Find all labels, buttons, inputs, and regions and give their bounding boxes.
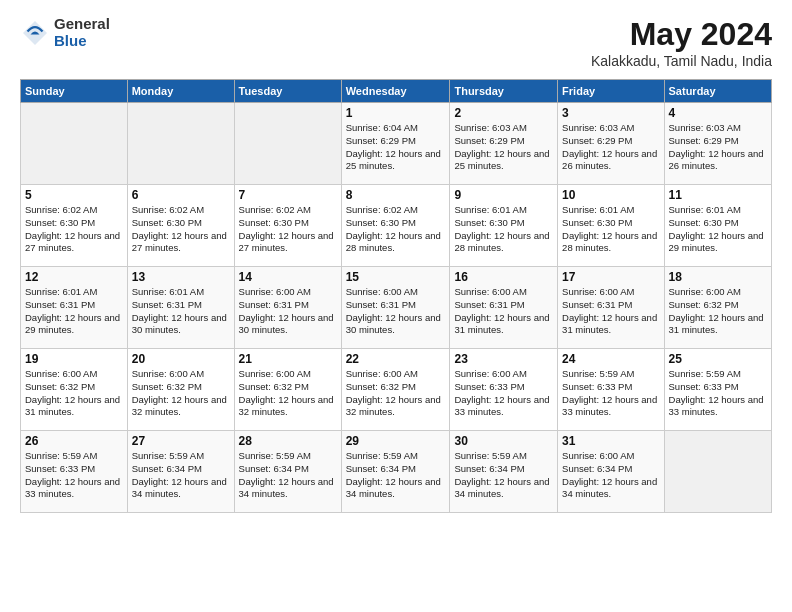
day-info: Sunrise: 6:00 AM Sunset: 6:34 PM Dayligh… [562, 450, 659, 501]
day-number: 4 [669, 106, 767, 120]
day-number: 9 [454, 188, 553, 202]
calendar-cell: 20Sunrise: 6:00 AM Sunset: 6:32 PM Dayli… [127, 349, 234, 431]
day-info: Sunrise: 6:01 AM Sunset: 6:30 PM Dayligh… [454, 204, 553, 255]
subtitle: Kalakkadu, Tamil Nadu, India [591, 53, 772, 69]
calendar-cell: 23Sunrise: 6:00 AM Sunset: 6:33 PM Dayli… [450, 349, 558, 431]
day-info: Sunrise: 6:00 AM Sunset: 6:32 PM Dayligh… [25, 368, 123, 419]
day-info: Sunrise: 6:00 AM Sunset: 6:32 PM Dayligh… [239, 368, 337, 419]
day-info: Sunrise: 6:00 AM Sunset: 6:32 PM Dayligh… [346, 368, 446, 419]
calendar-cell: 13Sunrise: 6:01 AM Sunset: 6:31 PM Dayli… [127, 267, 234, 349]
day-number: 25 [669, 352, 767, 366]
calendar-cell: 3Sunrise: 6:03 AM Sunset: 6:29 PM Daylig… [558, 103, 664, 185]
day-number: 2 [454, 106, 553, 120]
day-info: Sunrise: 6:00 AM Sunset: 6:31 PM Dayligh… [562, 286, 659, 337]
logo-blue-label: Blue [54, 33, 110, 50]
page: General Blue May 2024 Kalakkadu, Tamil N… [0, 0, 792, 612]
calendar-cell [664, 431, 771, 513]
day-info: Sunrise: 6:02 AM Sunset: 6:30 PM Dayligh… [132, 204, 230, 255]
day-info: Sunrise: 6:03 AM Sunset: 6:29 PM Dayligh… [454, 122, 553, 173]
day-number: 5 [25, 188, 123, 202]
calendar-cell: 30Sunrise: 5:59 AM Sunset: 6:34 PM Dayli… [450, 431, 558, 513]
day-info: Sunrise: 6:01 AM Sunset: 6:31 PM Dayligh… [25, 286, 123, 337]
day-info: Sunrise: 6:01 AM Sunset: 6:31 PM Dayligh… [132, 286, 230, 337]
calendar-cell: 25Sunrise: 5:59 AM Sunset: 6:33 PM Dayli… [664, 349, 771, 431]
day-number: 28 [239, 434, 337, 448]
day-info: Sunrise: 6:00 AM Sunset: 6:32 PM Dayligh… [132, 368, 230, 419]
calendar-cell: 4Sunrise: 6:03 AM Sunset: 6:29 PM Daylig… [664, 103, 771, 185]
day-number: 14 [239, 270, 337, 284]
day-info: Sunrise: 6:00 AM Sunset: 6:32 PM Dayligh… [669, 286, 767, 337]
header: General Blue May 2024 Kalakkadu, Tamil N… [20, 16, 772, 69]
calendar-cell: 19Sunrise: 6:00 AM Sunset: 6:32 PM Dayli… [21, 349, 128, 431]
day-number: 7 [239, 188, 337, 202]
calendar-cell: 7Sunrise: 6:02 AM Sunset: 6:30 PM Daylig… [234, 185, 341, 267]
calendar-cell: 24Sunrise: 5:59 AM Sunset: 6:33 PM Dayli… [558, 349, 664, 431]
day-info: Sunrise: 6:00 AM Sunset: 6:33 PM Dayligh… [454, 368, 553, 419]
day-info: Sunrise: 6:01 AM Sunset: 6:30 PM Dayligh… [562, 204, 659, 255]
title-block: May 2024 Kalakkadu, Tamil Nadu, India [591, 16, 772, 69]
day-info: Sunrise: 5:59 AM Sunset: 6:34 PM Dayligh… [132, 450, 230, 501]
day-number: 22 [346, 352, 446, 366]
logo-general-label: General [54, 16, 110, 33]
week-row-3: 12Sunrise: 6:01 AM Sunset: 6:31 PM Dayli… [21, 267, 772, 349]
calendar-cell: 12Sunrise: 6:01 AM Sunset: 6:31 PM Dayli… [21, 267, 128, 349]
calendar-cell [21, 103, 128, 185]
calendar-cell: 26Sunrise: 5:59 AM Sunset: 6:33 PM Dayli… [21, 431, 128, 513]
day-info: Sunrise: 6:04 AM Sunset: 6:29 PM Dayligh… [346, 122, 446, 173]
calendar-cell: 17Sunrise: 6:00 AM Sunset: 6:31 PM Dayli… [558, 267, 664, 349]
week-row-5: 26Sunrise: 5:59 AM Sunset: 6:33 PM Dayli… [21, 431, 772, 513]
day-info: Sunrise: 6:01 AM Sunset: 6:30 PM Dayligh… [669, 204, 767, 255]
day-number: 27 [132, 434, 230, 448]
col-thursday: Thursday [450, 80, 558, 103]
calendar-cell: 9Sunrise: 6:01 AM Sunset: 6:30 PM Daylig… [450, 185, 558, 267]
calendar-cell: 10Sunrise: 6:01 AM Sunset: 6:30 PM Dayli… [558, 185, 664, 267]
calendar-cell [234, 103, 341, 185]
calendar-cell: 27Sunrise: 5:59 AM Sunset: 6:34 PM Dayli… [127, 431, 234, 513]
day-number: 19 [25, 352, 123, 366]
day-info: Sunrise: 6:00 AM Sunset: 6:31 PM Dayligh… [346, 286, 446, 337]
day-number: 6 [132, 188, 230, 202]
calendar-cell: 15Sunrise: 6:00 AM Sunset: 6:31 PM Dayli… [341, 267, 450, 349]
day-info: Sunrise: 5:59 AM Sunset: 6:33 PM Dayligh… [562, 368, 659, 419]
day-number: 1 [346, 106, 446, 120]
calendar-cell: 6Sunrise: 6:02 AM Sunset: 6:30 PM Daylig… [127, 185, 234, 267]
calendar: Sunday Monday Tuesday Wednesday Thursday… [20, 79, 772, 513]
calendar-cell: 21Sunrise: 6:00 AM Sunset: 6:32 PM Dayli… [234, 349, 341, 431]
calendar-cell: 1Sunrise: 6:04 AM Sunset: 6:29 PM Daylig… [341, 103, 450, 185]
calendar-cell: 28Sunrise: 5:59 AM Sunset: 6:34 PM Dayli… [234, 431, 341, 513]
day-info: Sunrise: 6:00 AM Sunset: 6:31 PM Dayligh… [239, 286, 337, 337]
col-saturday: Saturday [664, 80, 771, 103]
day-number: 13 [132, 270, 230, 284]
day-info: Sunrise: 5:59 AM Sunset: 6:33 PM Dayligh… [669, 368, 767, 419]
day-info: Sunrise: 6:02 AM Sunset: 6:30 PM Dayligh… [25, 204, 123, 255]
week-row-4: 19Sunrise: 6:00 AM Sunset: 6:32 PM Dayli… [21, 349, 772, 431]
logo-text: General Blue [54, 16, 110, 49]
day-number: 15 [346, 270, 446, 284]
calendar-cell [127, 103, 234, 185]
calendar-cell: 16Sunrise: 6:00 AM Sunset: 6:31 PM Dayli… [450, 267, 558, 349]
day-number: 21 [239, 352, 337, 366]
col-tuesday: Tuesday [234, 80, 341, 103]
day-number: 30 [454, 434, 553, 448]
day-number: 17 [562, 270, 659, 284]
day-info: Sunrise: 5:59 AM Sunset: 6:34 PM Dayligh… [346, 450, 446, 501]
day-number: 8 [346, 188, 446, 202]
day-number: 16 [454, 270, 553, 284]
day-number: 31 [562, 434, 659, 448]
day-number: 18 [669, 270, 767, 284]
day-number: 26 [25, 434, 123, 448]
logo-icon [20, 18, 50, 48]
day-number: 11 [669, 188, 767, 202]
day-info: Sunrise: 6:02 AM Sunset: 6:30 PM Dayligh… [346, 204, 446, 255]
main-title: May 2024 [591, 16, 772, 53]
day-number: 10 [562, 188, 659, 202]
day-info: Sunrise: 6:03 AM Sunset: 6:29 PM Dayligh… [562, 122, 659, 173]
day-number: 24 [562, 352, 659, 366]
day-number: 23 [454, 352, 553, 366]
day-number: 20 [132, 352, 230, 366]
day-info: Sunrise: 6:02 AM Sunset: 6:30 PM Dayligh… [239, 204, 337, 255]
calendar-cell: 8Sunrise: 6:02 AM Sunset: 6:30 PM Daylig… [341, 185, 450, 267]
day-info: Sunrise: 5:59 AM Sunset: 6:33 PM Dayligh… [25, 450, 123, 501]
day-info: Sunrise: 5:59 AM Sunset: 6:34 PM Dayligh… [239, 450, 337, 501]
calendar-cell: 11Sunrise: 6:01 AM Sunset: 6:30 PM Dayli… [664, 185, 771, 267]
